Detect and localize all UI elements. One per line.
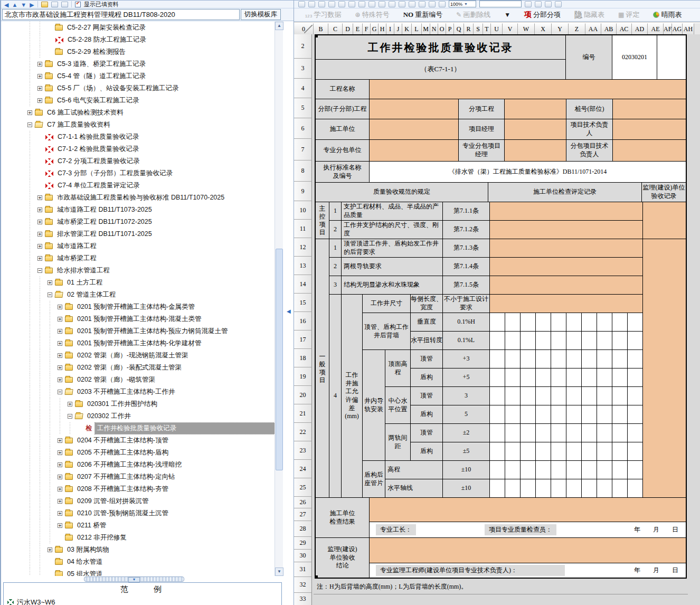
check-record-cell[interactable] [490,295,642,313]
row-header[interactable]: 7 [294,139,312,160]
measure-cell[interactable] [612,424,627,442]
measure-cell[interactable] [597,350,612,368]
switch-template-button[interactable]: 切换模板库 [241,9,281,20]
row-header[interactable]: 4 [294,79,312,98]
tree-item[interactable]: +0204 不开槽施工主体结构-顶管 [25,434,275,447]
collapse-icon[interactable]: − [45,292,55,297]
expand-icon[interactable]: + [35,220,45,224]
measure-cell[interactable] [582,405,597,423]
renumber-button[interactable]: NO重新编号 [396,10,450,20]
column-header[interactable]: W [518,23,535,35]
expand-icon[interactable]: + [55,511,65,516]
column-header[interactable]: G [371,23,379,35]
measure-cell[interactable] [551,461,566,479]
column-header[interactable]: C [328,23,343,35]
measure-cell[interactable] [536,350,551,368]
tree-item[interactable]: +0205 不开槽施工主体结构-盾构 [25,447,275,459]
weather-chart-button[interactable]: 晴雨表 [646,10,688,20]
expand-icon[interactable]: + [55,353,65,358]
collapse-icon[interactable]: − [35,268,45,273]
measure-cell[interactable] [521,424,535,442]
toolbar-icon[interactable] [308,1,315,7]
add-folder-icon[interactable] [41,2,48,7]
measure-cell[interactable] [566,332,581,349]
measure-cell[interactable] [597,332,612,349]
tree-item[interactable]: +市政基础设施工程质量检验与验收标准 DB11/T1070-2025 [25,192,275,204]
measure-cell[interactable] [566,461,581,479]
tree-item[interactable]: −0203 不开槽施工主体结构-工作井 [25,386,275,398]
info-input[interactable] [370,119,458,139]
row-header[interactable]: 10 [294,201,312,220]
row-header[interactable]: 28 [294,521,312,537]
nav-right-icon[interactable]: ▶ [30,2,34,7]
measure-cell[interactable] [505,479,520,497]
expand-icon[interactable]: + [35,244,45,249]
measure-cell[interactable] [566,405,581,423]
learn-data-button[interactable]: ₁₂₃学习数据 [298,10,348,20]
info-input[interactable] [370,140,458,161]
row-header[interactable]: 19 [294,367,312,386]
scroll-down-icon[interactable]: ▼ [275,568,283,576]
measure-cell[interactable] [597,387,612,405]
copy-icon[interactable] [51,2,58,7]
measure-cell[interactable] [597,442,612,460]
column-header[interactable]: AD [632,23,648,35]
measure-cell[interactable] [628,442,642,460]
column-header[interactable]: AF [664,23,672,35]
tree-item[interactable]: +C5-5 厂（场）、站设备安装工程施工记录 [25,82,275,94]
column-header[interactable]: V [503,23,518,35]
tree-item[interactable]: +城市道路工程 DB11/T1073-2025 [25,204,275,216]
column-header[interactable]: O [438,23,446,35]
toolbar-icon[interactable] [338,1,345,7]
tree-item[interactable]: +0211 桥管 [25,519,275,532]
tree-item[interactable]: C5-2-27 网架安装检查记录 [25,22,275,34]
check-record-cell[interactable] [490,276,642,294]
splitter-handle[interactable]: ▼ [84,576,184,582]
measure-cell[interactable] [628,424,642,442]
row-header[interactable]: 21 [294,404,312,423]
tree-item[interactable]: 04 给水管道 [25,556,275,568]
measure-cell[interactable] [536,442,551,460]
scrollbar-thumb[interactable] [276,249,283,470]
tree-item[interactable]: −给水排水管道工程 [25,264,275,277]
info-input[interactable] [613,99,686,119]
measure-cell[interactable] [536,313,551,331]
expand-icon[interactable]: + [35,207,45,212]
toolbar-icon[interactable] [439,1,446,7]
tree-item[interactable]: +0202 管渠（廊）-现浇钢筋混凝土管渠 [25,349,275,362]
row-header[interactable]: 15 [294,294,312,312]
column-header[interactable]: Y [552,23,569,35]
scroll-up-icon[interactable]: ▲ [275,22,283,30]
project-name-input[interactable] [370,80,686,99]
measure-cell[interactable] [628,368,642,386]
tree-item[interactable]: −020302 工作井 [25,410,275,422]
measure-cell[interactable] [505,387,520,405]
expand-icon[interactable]: + [35,232,45,237]
measure-cell[interactable] [612,461,627,479]
collapse-icon[interactable]: − [55,390,65,394]
measure-cell[interactable] [612,405,627,423]
tree-item[interactable]: C5-2-29 桩检测报告 [25,46,275,58]
measure-cell[interactable] [536,387,551,405]
tree-item[interactable]: +020301 工作井围护结构 [25,398,275,410]
row-header[interactable]: 2 [294,34,312,59]
style-select[interactable] [479,1,522,7]
measure-cell[interactable] [551,405,566,423]
expand-icon[interactable]: + [45,547,55,552]
measure-cell[interactable] [566,442,581,460]
row-header[interactable]: 30 [294,550,312,562]
expand-icon[interactable]: + [45,280,55,285]
measure-cell[interactable] [536,479,551,497]
measure-cell[interactable] [582,313,597,331]
measure-cell[interactable] [536,405,551,423]
tree-item[interactable]: 检工作井检验批质量验收记录 [25,422,275,434]
measure-cell[interactable] [536,368,551,386]
chevron-down-icon[interactable]: ▼ [464,2,468,6]
tree-item[interactable]: +0202 管渠（廊）-砌筑管渠 [25,374,275,386]
info-input[interactable] [613,119,686,139]
toolbar-icon[interactable] [298,1,305,7]
toolbar-icon[interactable] [555,1,562,7]
toolbar-icon[interactable] [368,1,375,7]
column-header[interactable]: J [394,23,402,35]
row-header[interactable]: 32 [294,577,312,593]
